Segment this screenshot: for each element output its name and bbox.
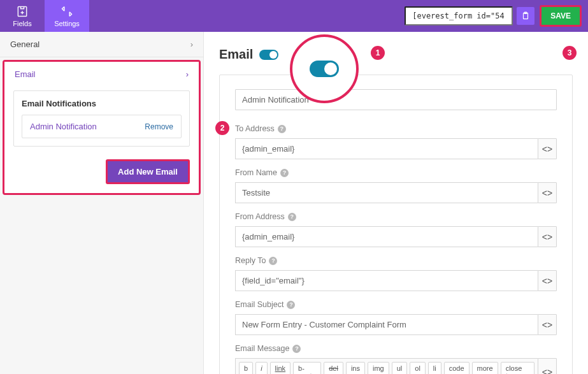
subject-label: Email Subject? <box>235 300 557 309</box>
add-new-email-button[interactable]: Add New Email <box>106 159 190 184</box>
help-icon[interactable]: ? <box>278 125 286 133</box>
copy-shortcode-button[interactable] <box>517 7 534 25</box>
fields-tab-label: Fields <box>13 20 31 27</box>
settings-tab[interactable]: Settings <box>45 0 89 32</box>
editor-italic-button[interactable]: i <box>255 362 267 374</box>
shortcode-input[interactable] <box>405 6 513 25</box>
chevron-right-icon: › <box>186 69 189 79</box>
email-enable-toggle[interactable] <box>259 50 278 60</box>
from-name-input[interactable] <box>235 182 538 203</box>
fields-icon <box>16 5 29 18</box>
to-address-label: To Address? <box>235 124 557 133</box>
callout-marker-2: 2 <box>215 121 229 135</box>
notification-name-input[interactable] <box>235 89 557 110</box>
smart-tag-button[interactable]: <> <box>538 182 557 203</box>
editor-ins-button[interactable]: ins <box>346 362 365 374</box>
email-enable-toggle-zoom <box>310 61 339 77</box>
callout-marker-1: 1 <box>371 46 385 60</box>
editor-bold-button[interactable]: b <box>239 362 253 374</box>
from-name-label: From Name? <box>235 168 557 177</box>
smart-tag-button[interactable]: <> <box>538 314 557 335</box>
editor-closetags-button[interactable]: close tags <box>501 362 534 374</box>
subject-input[interactable] <box>235 314 538 335</box>
from-address-label: From Address? <box>235 212 557 221</box>
smart-tag-button[interactable]: <> <box>538 226 557 247</box>
sidebar-item-general[interactable]: General › <box>0 32 203 57</box>
editor-del-button[interactable]: del <box>324 362 343 374</box>
sidebar-item-email[interactable]: Email › <box>4 62 199 87</box>
sidebar-item-label: General <box>10 40 39 49</box>
reply-to-input[interactable] <box>235 270 538 291</box>
clipboard-icon <box>521 11 530 20</box>
help-icon[interactable]: ? <box>288 213 296 221</box>
help-icon[interactable]: ? <box>280 169 289 177</box>
editor-code-button[interactable]: code <box>444 362 470 374</box>
save-button[interactable]: SAVE <box>540 5 582 27</box>
toggle-zoom-callout <box>290 34 359 103</box>
remove-link[interactable]: Remove <box>145 122 173 131</box>
smart-tag-button[interactable]: <> <box>538 358 557 374</box>
editor-bquote-button[interactable]: b-quote <box>293 362 321 374</box>
from-address-input[interactable] <box>235 226 538 247</box>
fields-tab[interactable]: Fields <box>0 0 45 32</box>
smart-tag-button[interactable]: <> <box>538 138 557 159</box>
editor-ul-button[interactable]: ul <box>392 362 408 374</box>
reply-to-label: Reply To? <box>235 256 557 265</box>
sidebar: General › Email › Email Notifications Ad… <box>0 32 204 374</box>
main-panel: Email To Address? <> From Name? <> From … <box>204 32 588 374</box>
editor-more-button[interactable]: more <box>472 362 498 374</box>
page-title: Email <box>219 47 253 62</box>
editor-li-button[interactable]: li <box>428 362 441 374</box>
notifications-heading: Email Notifications <box>22 99 182 108</box>
chevron-right-icon: › <box>190 40 193 49</box>
email-settings-panel: Email › Email Notifications Admin Notifi… <box>3 60 201 195</box>
editor-link-button[interactable]: link <box>270 362 291 374</box>
help-icon[interactable]: ? <box>269 257 277 265</box>
editor-img-button[interactable]: img <box>368 362 389 374</box>
editor-ol-button[interactable]: ol <box>410 362 426 374</box>
settings-icon <box>60 5 74 18</box>
editor-toolbar: b i link b-quote del ins img ul ol li co… <box>235 358 538 374</box>
callout-marker-3: 3 <box>563 46 577 60</box>
to-address-input[interactable] <box>235 138 538 159</box>
notification-link[interactable]: Admin Notification <box>30 122 97 131</box>
sidebar-item-label: Email <box>15 69 36 79</box>
top-bar: Fields Settings SAVE <box>0 0 588 32</box>
help-icon[interactable]: ? <box>292 345 301 353</box>
message-label: Email Message? <box>235 344 557 353</box>
email-form-panel: To Address? <> From Name? <> From Addres… <box>219 75 573 374</box>
settings-tab-label: Settings <box>54 20 80 27</box>
notification-row: Admin Notification Remove <box>22 115 182 138</box>
email-notifications-box: Email Notifications Admin Notification R… <box>13 90 190 147</box>
help-icon[interactable]: ? <box>287 301 295 309</box>
smart-tag-button[interactable]: <> <box>538 270 557 291</box>
